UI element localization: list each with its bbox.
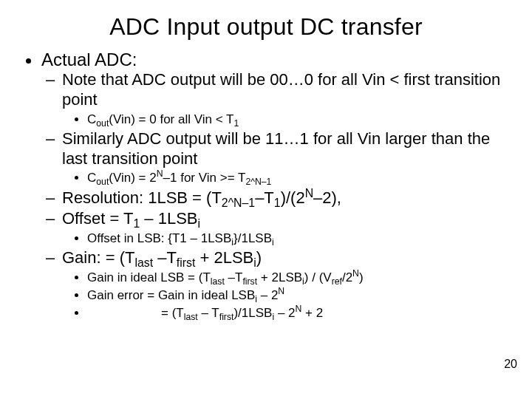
t: i [272,238,274,248]
indent [87,306,161,320]
t: C [87,171,96,185]
bullet-list-level1: Actual ADC: Note that ADC output will be… [22,50,510,321]
t: last [211,276,225,287]
t: Gain: = (T [62,248,134,267]
t: + 2LSB [195,248,253,267]
lvl2-offset: Offset = T1 – 1LSBi Offset in LSB: {T1 –… [62,209,510,247]
t: C [87,112,96,126]
t: )/(2 [281,188,305,207]
t: –1 for Vin >= T [163,171,246,185]
lvl2-note-zero: Note that ADC output will be 00…0 for al… [62,70,510,128]
t: ) / (V [304,270,332,284]
page-number: 20 [504,358,517,371]
t: )/1LSB [233,306,272,320]
t: i [198,218,201,231]
lvl1-text: Actual ADC: [41,50,137,69]
lvl2-text: Note that ADC output will be 00…0 for al… [62,70,500,109]
t: last [134,257,153,270]
t: – 2 [274,306,295,320]
t: = (T [161,306,184,320]
t: (Vin) = 0 for all Vin < T [109,112,233,126]
t: first [242,276,257,287]
bullet-list-level3: Offset in LSB: {T1 – 1LSBi}/1LSBi [62,231,510,247]
t: 1 [233,118,239,129]
t: – T [198,306,219,320]
t: N [305,186,313,199]
lvl3-gain-error: Gain error = Gain in ideal LSBi – 2N [87,287,510,304]
t: Resolution: 1LSB = (T [62,188,222,207]
t: N [157,169,163,180]
t: + 2 [301,306,323,320]
t: }/1LSB [233,231,272,245]
t: –T [225,270,243,284]
lvl2-text: Similarly ADC output will be 11…1 for al… [62,129,490,168]
t: ) [256,248,262,267]
t: 2^N–1 [245,177,271,188]
t: N [278,287,284,297]
t: Offset in LSB: {T1 – 1LSB [87,231,231,245]
t: –2), [313,188,341,207]
lvl2-gain: Gain: = (Tlast –Tfirst + 2LSBi) Gain in … [62,248,510,321]
t: /2 [342,270,352,284]
t: (Vin) = 2 [109,171,156,185]
t: –T [255,188,274,207]
t: ref [332,276,342,287]
t: 1 [133,218,140,231]
bullet-list-level2: Note that ADC output will be 00…0 for al… [41,70,510,321]
t: Gain error = Gain in ideal LSB [87,288,255,302]
t: out [96,118,109,129]
bullet-list-level3: Cout(Vin) = 0 for all Vin < T1 [62,112,510,128]
t: last [184,313,198,323]
t: N [352,268,359,279]
t: – 1LSB [140,209,197,228]
t: first [219,313,234,323]
t: + 2LSB [257,270,302,284]
t: ) [359,270,364,284]
t: Offset = T [62,209,133,228]
t: first [177,257,196,270]
lvl2-note-ones: Similarly ADC output will be 11…1 for al… [62,129,510,187]
t: 1 [274,197,281,209]
lvl3-cout-max: Cout(Vin) = 2N–1 for Vin >= T2^N–1 [87,170,510,186]
bullet-list-level3: Cout(Vin) = 2N–1 for Vin >= T2^N–1 [62,170,510,186]
slide-title: ADC Input output DC transfer [22,13,510,41]
t: – 2 [257,288,278,302]
lvl2-resolution: Resolution: 1LSB = (T2^N–1–T1)/(2N–2), [62,188,510,208]
t: –T [153,248,177,267]
lvl1-item: Actual ADC: Note that ADC output will be… [41,50,510,321]
lvl3-offset-lsb: Offset in LSB: {T1 – 1LSBi}/1LSBi [87,231,510,247]
t: out [96,177,109,188]
lvl3-cout-zero: Cout(Vin) = 0 for all Vin < T1 [87,112,510,128]
lvl3-gain-error-expanded: = (Tlast – Tfirst)/1LSBi – 2N + 2 [87,305,510,321]
t: Gain in ideal LSB = (T [87,270,211,284]
bullet-list-level3: Gain in ideal LSB = (Tlast –Tfirst + 2LS… [62,270,510,321]
t: 2^N–1 [222,197,255,209]
lvl3-gain-ideal: Gain in ideal LSB = (Tlast –Tfirst + 2LS… [87,270,510,286]
